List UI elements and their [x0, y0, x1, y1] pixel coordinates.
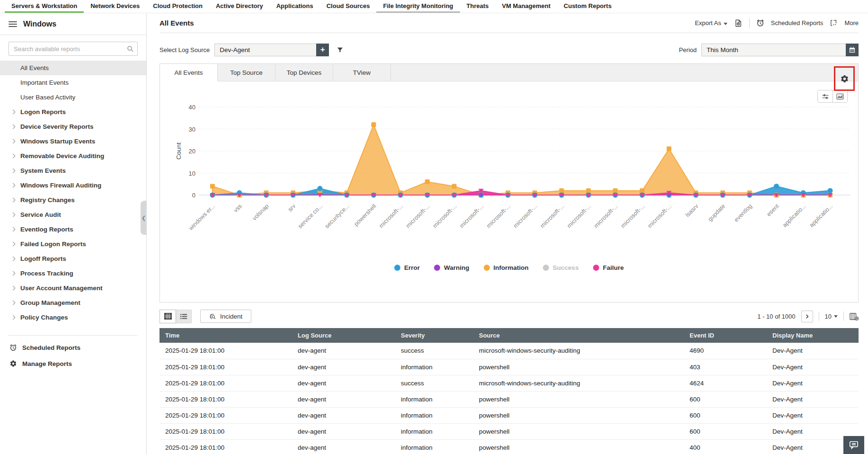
nav-servers-workstation[interactable]: Servers & Workstation	[5, 0, 84, 13]
table-row[interactable]: 2025-01-29 18:01:00dev-agentinformationp…	[159, 391, 859, 407]
nav-file-integrity-monitoring[interactable]: File Integrity Monitoring	[376, 0, 460, 13]
col-display-name[interactable]: Display Name	[767, 328, 859, 343]
legend-item-information[interactable]: Information	[484, 264, 529, 271]
svg-text:Count: Count	[175, 142, 182, 160]
nav-network-devices[interactable]: Network Devices	[84, 0, 146, 13]
nav-cloud-sources[interactable]: Cloud Sources	[320, 0, 377, 13]
legend-item-success[interactable]: Success	[543, 264, 579, 271]
search-reports-input[interactable]	[9, 42, 138, 56]
chat-bubble-icon	[849, 440, 859, 450]
export-schedule-icon[interactable]	[734, 19, 743, 27]
chevron-right-icon	[11, 286, 16, 291]
period-select[interactable]: This Month	[701, 44, 846, 56]
grid-view-button[interactable]	[160, 310, 176, 323]
table-row[interactable]: 2025-01-29 18:01:00dev-agentinformationp…	[159, 439, 859, 454]
sidebar-title: Windows	[23, 20, 56, 28]
sidebar-item-logon-reports[interactable]: Logon Reports	[0, 105, 146, 119]
nav-applications[interactable]: Applications	[270, 0, 320, 13]
sidebar-item-system-events[interactable]: System Events	[0, 163, 146, 178]
sidebar-manage-reports[interactable]: Manage Reports	[0, 356, 146, 372]
gear-icon	[9, 360, 17, 367]
sidebar-item-registry-changes[interactable]: Registry Changes	[0, 193, 146, 207]
tab-all-events[interactable]: All Events	[160, 64, 218, 81]
sidebar-scheduled-reports[interactable]: Scheduled Reports	[0, 339, 146, 356]
chevron-right-icon	[11, 301, 16, 305]
svg-text:microsoft-...: microsoft-...	[405, 203, 431, 229]
report-settings-gear-button[interactable]	[840, 74, 849, 83]
chart-area: 010203040Countwindows er...vssvolsnapsrv…	[160, 81, 858, 302]
events-area-chart[interactable]: 010203040Countwindows er...vssvolsnapsrv…	[163, 100, 863, 257]
legend-item-warning[interactable]: Warning	[434, 264, 469, 271]
add-column-icon[interactable]	[850, 312, 859, 320]
sidebar-item-important-events[interactable]: Important Events	[0, 75, 146, 90]
legend-dot	[484, 265, 490, 271]
sidebar-item-eventlog-reports[interactable]: Eventlog Reports	[0, 222, 146, 237]
col-event-id[interactable]: Event ID	[684, 328, 767, 343]
sidebar-item-windows-firewall-auditing[interactable]: Windows Firewall Auditing	[0, 178, 146, 193]
incident-search-icon	[209, 313, 216, 320]
chevron-right-icon	[11, 110, 16, 115]
svg-text:30: 30	[189, 126, 195, 133]
svg-text:microsoft-...: microsoft-...	[539, 203, 566, 229]
more-button[interactable]: More	[844, 19, 859, 27]
sidebar-item-process-tracking[interactable]: Process Tracking	[0, 266, 146, 281]
sidebar-collapse-handle[interactable]: ❮	[141, 201, 147, 235]
add-log-source-button[interactable]: +	[316, 44, 329, 56]
nav-vm-management[interactable]: VM Management	[495, 0, 557, 13]
col-source[interactable]: Source	[473, 328, 684, 343]
sidebar-item-service-audit[interactable]: Service Audit	[0, 207, 146, 222]
gear-icon	[840, 74, 849, 83]
hamburger-menu-icon[interactable]	[9, 20, 17, 28]
svg-text:applicatio...: applicatio...	[781, 203, 807, 229]
export-as-button[interactable]: Export As	[695, 19, 727, 27]
list-view-button[interactable]	[176, 310, 191, 323]
sidebar-item-all-events[interactable]: All Events	[0, 61, 146, 75]
nav-custom-reports[interactable]: Custom Reports	[557, 0, 618, 13]
legend-item-error[interactable]: Error	[394, 264, 420, 271]
chat-support-button[interactable]	[843, 436, 864, 454]
nav-active-directory[interactable]: Active Directory	[209, 0, 270, 13]
chevron-right-icon	[11, 315, 16, 320]
tab-top-source[interactable]: Top Source	[218, 64, 275, 81]
filter-funnel-icon[interactable]	[337, 46, 344, 53]
chevron-right-icon	[11, 213, 16, 217]
svg-text:securityce...: securityce...	[324, 203, 351, 230]
col-log-source[interactable]: Log Source	[292, 328, 395, 343]
table-row[interactable]: 2025-01-29 18:01:00dev-agentsuccessmicro…	[159, 375, 859, 391]
sidebar-item-device-severity-reports[interactable]: Device Severity Reports	[0, 119, 146, 134]
sidebar-item-logoff-reports[interactable]: Logoff Reports	[0, 251, 146, 266]
sidebar-item-policy-changes[interactable]: Policy Changes	[0, 310, 146, 325]
tab-top-devices[interactable]: Top Devices	[275, 64, 333, 81]
chevron-right-icon	[11, 242, 16, 247]
sidebar-item-windows-startup-events[interactable]: Windows Startup Events	[0, 134, 146, 149]
table-row[interactable]: 2025-01-29 18:01:00dev-agentinformationp…	[159, 359, 859, 375]
calendar-icon[interactable]	[846, 44, 859, 56]
table-row[interactable]: 2025-01-29 18:01:00dev-agentinformationp…	[159, 407, 859, 423]
scheduled-reports-button[interactable]: Scheduled Reports	[771, 19, 824, 27]
table-row[interactable]: 2025-01-29 18:01:00dev-agentinformationp…	[159, 423, 859, 439]
tab-tview[interactable]: TView	[333, 64, 391, 81]
svg-text:applicatio...: applicatio...	[808, 203, 834, 229]
svg-text:vss: vss	[232, 203, 243, 214]
report-panel: All Events Top Source Top Devices TView	[159, 63, 859, 303]
sidebar-item-removable-device-auditing[interactable]: Removable Device Auditing	[0, 149, 146, 163]
divider	[819, 312, 819, 321]
nav-cloud-protection[interactable]: Cloud Protection	[146, 0, 209, 13]
chevron-right-icon	[11, 125, 16, 129]
sidebar-item-user-based-activity[interactable]: User Based Activity	[0, 90, 146, 105]
log-source-select[interactable]: Dev-Agent	[214, 44, 316, 56]
next-page-button[interactable]	[801, 311, 813, 322]
sidebar-item-failed-logon-reports[interactable]: Failed Logon Reports	[0, 237, 146, 251]
incident-button[interactable]: Incident	[200, 310, 251, 323]
sidebar-item-user-account-management[interactable]: User Account Management	[0, 281, 146, 295]
sidebar-item-group-management[interactable]: Group Management	[0, 295, 146, 310]
legend-item-failure[interactable]: Failure	[593, 264, 624, 271]
col-severity[interactable]: Severity	[395, 328, 473, 343]
page-size-select[interactable]: 10	[825, 313, 838, 320]
line-chart-icon	[836, 93, 844, 100]
table-row[interactable]: 2025-01-29 18:01:00dev-agentsuccessmicro…	[159, 343, 859, 359]
pagination-range: 1 - 10 of 1000	[757, 313, 795, 320]
reports-sidebar: Windows All Events Important Events User…	[0, 13, 147, 454]
nav-threats[interactable]: Threats	[460, 0, 496, 13]
col-time[interactable]: Time	[159, 328, 292, 343]
